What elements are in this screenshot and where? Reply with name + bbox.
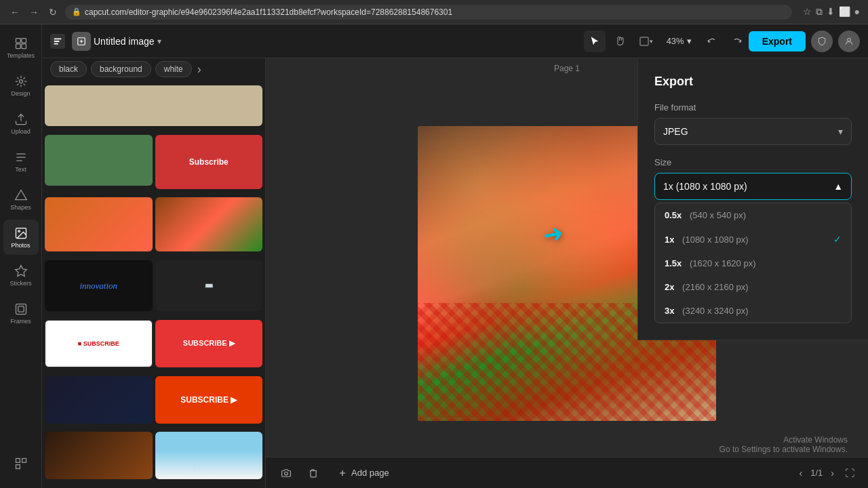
next-page-button[interactable]: › (828, 466, 837, 480)
download-icon[interactable]: ⬇ (827, 6, 835, 18)
sidebar-item-extra[interactable] (3, 446, 39, 481)
sidebar-label-stickers: Stickers (9, 280, 31, 287)
browser-bar: ← → ↻ 🔒 capcut.com/editor-graphic/e94e96… (0, 0, 868, 24)
scale-1-5x-label: 1.5x (665, 258, 682, 268)
file-format-dropdown[interactable]: JPEG ▾ (654, 118, 852, 145)
photo-item-dish[interactable] (155, 197, 263, 251)
fullscreen-button[interactable]: ⛶ (842, 466, 857, 480)
svg-rect-2 (16, 43, 20, 48)
svg-rect-12 (16, 465, 20, 469)
scale-1x-label: 1x (665, 235, 674, 245)
sidebar-label-frames: Frames (10, 318, 31, 325)
sidebar-item-upload[interactable]: Upload (3, 106, 39, 141)
size-label: Size (654, 157, 852, 167)
prev-page-button[interactable]: ‹ (797, 466, 806, 480)
star-icon[interactable]: ☆ (803, 6, 812, 18)
address-bar[interactable]: 🔒 capcut.com/editor-graphic/e94e9602396f… (65, 5, 792, 20)
tag-bar: black background white › (42, 57, 265, 83)
photo-item-coupon[interactable]: ■ SUBSCRIBE (45, 320, 153, 367)
more-tags-button[interactable]: › (197, 62, 201, 77)
top-toolbar: Untitled image ▾ ▾ 43% ▾ (42, 24, 868, 58)
zoom-value: 43% (667, 36, 684, 46)
dims-0-5x-label: (540 x 540 px) (690, 210, 746, 220)
size-option-3x[interactable]: 3x (3240 x 3240 px) (655, 299, 851, 323)
sidebar-icons: Templates Design Upload Text Shapes Phot… (0, 24, 42, 488)
sidebar-item-stickers[interactable]: Stickers (3, 258, 39, 293)
photo-item-subscribe3[interactable]: SUBSCRIBE ▶ (155, 376, 263, 424)
select-tool-button[interactable] (584, 30, 606, 52)
svg-rect-16 (640, 37, 648, 45)
nav-forward-button[interactable]: → (27, 5, 41, 19)
sidebar-item-shapes[interactable]: Shapes (3, 182, 39, 217)
toolbar-center: ▾ 43% ▾ (584, 30, 749, 52)
svg-rect-1 (21, 38, 26, 43)
user-avatar[interactable] (838, 30, 860, 52)
size-chevron-up-icon: ▲ (833, 181, 843, 192)
capcut-logo-icon (50, 34, 65, 49)
shield-button[interactable] (811, 30, 833, 52)
sidebar-label-shapes: Shapes (10, 204, 31, 211)
extensions-icon[interactable]: ⧉ (816, 6, 823, 18)
hand-tool-button[interactable] (610, 30, 631, 52)
photo-item-keyboard[interactable]: ⌨️ (155, 260, 263, 311)
photo-item-aerial[interactable] (45, 135, 153, 186)
svg-point-17 (848, 38, 851, 41)
redo-button[interactable] (727, 30, 749, 52)
size-dropdown-selected[interactable]: 1x (1080 x 1080 px) ▲ (654, 173, 852, 200)
sidebar-item-photos[interactable]: Photos (3, 220, 39, 255)
page-count: 1/1 (810, 468, 823, 478)
photo-item-innovation[interactable]: innovation (45, 260, 153, 311)
project-dropdown-arrow[interactable]: ▾ (157, 37, 161, 46)
svg-point-18 (285, 472, 288, 475)
project-name-label: Untitled image (94, 36, 155, 47)
camera-button[interactable] (277, 464, 296, 483)
split-view-icon[interactable]: ⬜ (839, 6, 850, 18)
photo-item-subscribe1[interactable]: Subscribe (155, 135, 263, 189)
sidebar-item-frames[interactable]: Frames (3, 296, 39, 331)
size-option-0-5x[interactable]: 0.5x (540 x 540 px) (655, 203, 851, 227)
photo-item-fabric[interactable] (45, 85, 262, 126)
toolbar-left: Untitled image ▾ (50, 32, 584, 51)
sidebar-label-upload: Upload (11, 128, 31, 135)
photo-item-burger[interactable] (45, 432, 153, 479)
tag-background[interactable]: background (91, 61, 151, 77)
lock-icon: 🔒 (72, 7, 81, 16)
dims-3x-label: (3240 x 3240 px) (682, 306, 749, 316)
sidebar-item-text[interactable]: Text (3, 144, 39, 179)
tag-white[interactable]: white (155, 61, 192, 77)
nav-refresh-button[interactable]: ↻ (46, 5, 60, 19)
sidebar-label-templates: Templates (7, 52, 35, 59)
project-type-icon (72, 32, 91, 51)
svg-point-4 (19, 79, 22, 83)
selected-size-value: 1x (1080 x 1080 px) (663, 181, 747, 192)
dims-1x-label: (1080 x 1080 px) (682, 235, 749, 245)
browser-actions: ☆ ⧉ ⬇ ⬜ ● (803, 6, 860, 18)
photo-item-food[interactable] (45, 197, 153, 251)
add-page-button[interactable]: Add page (331, 465, 396, 481)
photo-item-subscribe2[interactable]: SUBSCRIBE ▶ (155, 320, 263, 367)
zoom-dropdown-icon: ▾ (687, 36, 692, 46)
svg-rect-0 (16, 38, 20, 43)
delete-button[interactable] (304, 464, 323, 483)
sidebar-label-photos: Photos (11, 242, 30, 249)
tag-black[interactable]: black (50, 61, 87, 77)
sidebar-item-design[interactable]: Design (3, 68, 39, 103)
undo-button[interactable] (701, 30, 723, 52)
sidebar-item-templates[interactable]: Templates (3, 30, 39, 65)
profile-icon[interactable]: ● (854, 6, 860, 18)
size-option-1x[interactable]: 1x (1080 x 1080 px) ✓ (655, 227, 851, 251)
svg-rect-3 (21, 43, 26, 48)
left-panel: black background white › Subscribe innov… (42, 24, 266, 488)
export-button[interactable]: Export (749, 31, 806, 52)
export-panel-title: Export (654, 75, 852, 89)
photo-item-mountain[interactable] (155, 432, 263, 479)
url-text: capcut.com/editor-graphic/e94e9602396f4e… (85, 7, 452, 17)
logo-area (50, 34, 65, 49)
zoom-level-button[interactable]: 43% ▾ (661, 33, 697, 49)
photo-item-cake[interactable] (45, 376, 153, 424)
size-option-1-5x[interactable]: 1.5x (1620 x 1620 px) (655, 251, 851, 275)
bottom-bar: Add page ‹ 1/1 › ⛶ (266, 457, 868, 488)
canvas-size-button[interactable]: ▾ (635, 30, 657, 52)
size-option-2x[interactable]: 2x (2160 x 2160 px) (655, 275, 851, 299)
nav-back-button[interactable]: ← (8, 5, 22, 19)
